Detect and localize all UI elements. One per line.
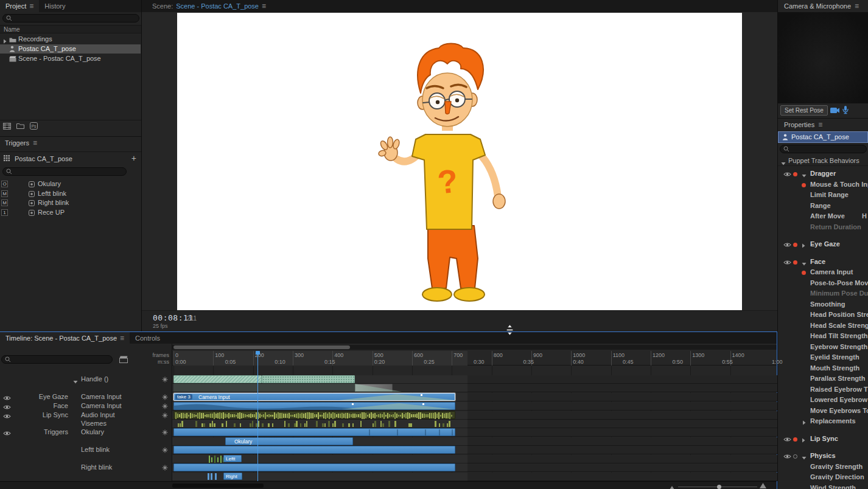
- timeline-track-handle[interactable]: Handle (): [0, 375, 172, 384]
- eye-gaze-camera-input-clip[interactable]: take 3 Camera Input: [173, 393, 455, 401]
- eye-icon[interactable]: [783, 241, 791, 249]
- handle-clip-segment-1[interactable]: [173, 375, 262, 383]
- puppet-track-behaviors-section[interactable]: Puppet Track Behaviors: [778, 156, 868, 166]
- puppet-character-illustration[interactable]: ?: [177, 13, 742, 310]
- chevron-down-icon[interactable]: [802, 172, 807, 179]
- behavior-prop-eyebrow-strength[interactable]: Eyebrow Strength: [778, 342, 868, 353]
- tab-project[interactable]: Project ≡: [0, 0, 39, 12]
- behavior-lip-sync[interactable]: Lip Sync: [778, 434, 868, 445]
- behavior-prop-head-position-strength[interactable]: Head Position Strength: [778, 310, 868, 321]
- arm-behavior-icon[interactable]: [162, 394, 168, 402]
- chevron-down-icon[interactable]: [73, 378, 78, 386]
- chevron-right-icon[interactable]: [802, 419, 806, 426]
- scene-name[interactable]: Scene - Postac CA_T_pose: [176, 2, 259, 10]
- eye-icon[interactable]: [783, 171, 791, 178]
- trigger-item-rece-up[interactable]: 1Rece UP: [0, 208, 141, 217]
- behavior-prop-raised-eyebrow-tilt[interactable]: Raised Eyebrow Tilt: [778, 384, 868, 395]
- timeline-track-lip-sync-audio-input[interactable]: Lip SyncAudio Input: [0, 411, 172, 420]
- arm-for-record-dot[interactable]: [793, 243, 797, 247]
- name-column-header[interactable]: Name: [0, 25, 141, 33]
- trigger-item-leftt-blink[interactable]: MLeftt blink: [0, 189, 141, 198]
- project-item-scene-postac-ca-t-pose[interactable]: Scene - Postac CA_T_pose: [0, 54, 141, 63]
- behavior-physics[interactable]: Physics: [778, 451, 868, 462]
- leftt-blink-clip[interactable]: [173, 446, 455, 454]
- behavior-prop-minimum-pose-duration[interactable]: Minimum Pose Duration: [778, 288, 868, 299]
- behavior-face[interactable]: Face: [778, 257, 868, 268]
- chevron-right-icon[interactable]: [802, 437, 805, 444]
- arm-behavior-icon[interactable]: [162, 447, 168, 455]
- arm-for-record-dot[interactable]: [793, 437, 797, 442]
- okulary-trigger-bar[interactable]: Okulary: [225, 437, 353, 445]
- panel-menu-icon[interactable]: ≡: [818, 121, 822, 128]
- scene-canvas[interactable]: ?: [177, 13, 742, 310]
- keyframe-dot[interactable]: [352, 403, 354, 405]
- new-item-icon[interactable]: [3, 123, 11, 131]
- add-trigger-button[interactable]: +: [131, 153, 136, 163]
- set-rest-pose-button[interactable]: Set Rest Pose: [780, 105, 828, 116]
- eye-icon[interactable]: [783, 259, 791, 266]
- panel-menu-icon[interactable]: ≡: [855, 2, 859, 10]
- arm-for-record-dot[interactable]: [802, 271, 806, 275]
- behavior-prop-limit-range[interactable]: Limit Range: [778, 190, 868, 201]
- behavior-prop-mouth-strength[interactable]: Mouth Strength: [778, 363, 868, 374]
- visemes-track-marks[interactable]: [173, 420, 455, 428]
- triggers-okulary-clip[interactable]: [173, 428, 455, 436]
- arm-for-record-dot[interactable]: [793, 454, 797, 459]
- behavior-eye-gaze[interactable]: Eye Gaze: [778, 239, 868, 250]
- arm-behavior-icon[interactable]: [162, 429, 168, 437]
- timeline-search-input[interactable]: [1, 355, 113, 364]
- lip-sync-audio-clip[interactable]: [173, 411, 455, 419]
- behavior-prop-mouse-touch-input[interactable]: Mouse & Touch Input: [778, 179, 868, 190]
- timeline-track-eye-gaze-camera-input[interactable]: Eye GazeCamera Input: [0, 393, 172, 401]
- zoom-in-mountain-icon[interactable]: [760, 482, 766, 489]
- project-search-input[interactable]: [2, 14, 139, 23]
- chevron-down-icon[interactable]: [802, 454, 807, 461]
- handle-clip-segment-2[interactable]: [262, 375, 355, 383]
- microphone-toggle-icon[interactable]: [842, 106, 849, 116]
- behavior-prop-return-duration[interactable]: Return Duration: [778, 222, 868, 233]
- behavior-prop-after-move[interactable]: After MoveH: [778, 211, 868, 222]
- arm-for-record-dot[interactable]: [793, 260, 797, 265]
- behavior-dragger[interactable]: Dragger: [778, 168, 868, 179]
- playhead-handle[interactable]: [256, 351, 260, 355]
- arm-behavior-icon[interactable]: [162, 465, 168, 473]
- timeline-track-right-blink[interactable]: Right blink: [0, 463, 172, 472]
- timeline-zoom-thumb[interactable]: [717, 485, 721, 489]
- right-trigger-bar[interactable]: Right: [223, 473, 242, 480]
- leftt-trigger-bar[interactable]: Leftt: [223, 455, 242, 462]
- arm-for-record-dot[interactable]: [802, 183, 806, 187]
- eye-icon[interactable]: [783, 453, 791, 460]
- right-blink-marks[interactable]: [173, 473, 455, 480]
- behavior-prop-gravity-strength[interactable]: Gravity Strength: [778, 462, 868, 473]
- behavior-prop-move-eyebrows-together[interactable]: Move Eyebrows Together: [778, 406, 868, 417]
- keyframe-dot[interactable]: [421, 394, 422, 396]
- behavior-prop-head-tilt-strength[interactable]: Head Tilt Strength: [778, 331, 868, 342]
- selected-puppet-row[interactable]: Postac CA_T_pose: [778, 131, 868, 143]
- playhead[interactable]: [257, 351, 258, 481]
- panel-menu-icon[interactable]: ≡: [262, 2, 266, 10]
- behavior-prop-replacements[interactable]: Replacements: [778, 416, 868, 427]
- behavior-prop-camera-input[interactable]: Camera Input: [778, 267, 868, 278]
- triggers-search-input[interactable]: [2, 167, 127, 176]
- slate-icon[interactable]: [119, 356, 128, 364]
- trigger-set-row[interactable]: Postac CA_T_pose: [4, 155, 72, 162]
- photoshop-icon[interactable]: Ps: [30, 122, 38, 131]
- eye-icon[interactable]: [783, 436, 791, 443]
- keyframe-dot[interactable]: [422, 403, 424, 405]
- trigger-item-okulary[interactable]: OOkulary: [0, 179, 141, 189]
- tab-history[interactable]: History: [39, 0, 71, 12]
- behavior-prop-eyelid-strength[interactable]: Eyelid Strength: [778, 352, 868, 363]
- project-item-recordings[interactable]: Recordings: [0, 35, 141, 44]
- chevron-right-icon[interactable]: [802, 242, 805, 249]
- right-blink-clip[interactable]: [173, 463, 455, 471]
- timeline-track-face-camera-input[interactable]: FaceCamera Input: [0, 402, 172, 411]
- leftt-blink-marks[interactable]: [173, 455, 455, 463]
- timeline-track-visemes[interactable]: Visemes: [0, 420, 172, 428]
- zoom-out-mountain-icon[interactable]: [670, 484, 674, 489]
- project-item-postac-ca-t-pose[interactable]: Postac CA_T_pose: [0, 44, 141, 54]
- camera-toggle-icon[interactable]: [830, 107, 840, 115]
- arm-behavior-icon[interactable]: [162, 376, 168, 384]
- timeline-track-triggers-okulary[interactable]: TriggersOkulary: [0, 428, 172, 437]
- arm-behavior-icon[interactable]: [162, 403, 168, 411]
- horizontal-scrollbar-thumb[interactable]: [172, 484, 264, 488]
